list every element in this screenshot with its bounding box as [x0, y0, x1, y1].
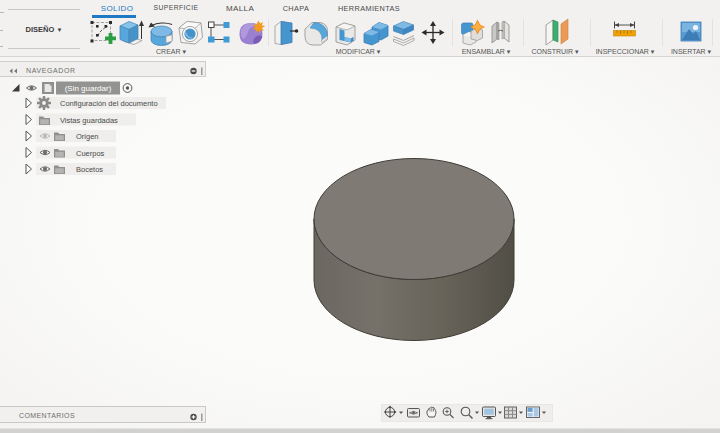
svg-text:Vistas guardadas: Vistas guardadas: [60, 116, 118, 125]
svg-text:Bocetos: Bocetos: [76, 165, 103, 174]
svg-text:(Sin guardar): (Sin guardar): [65, 84, 112, 93]
svg-text:Cuerpos: Cuerpos: [76, 149, 105, 158]
svg-text:Configuración del documento: Configuración del documento: [60, 99, 158, 108]
svg-text:Origen: Origen: [76, 132, 99, 141]
